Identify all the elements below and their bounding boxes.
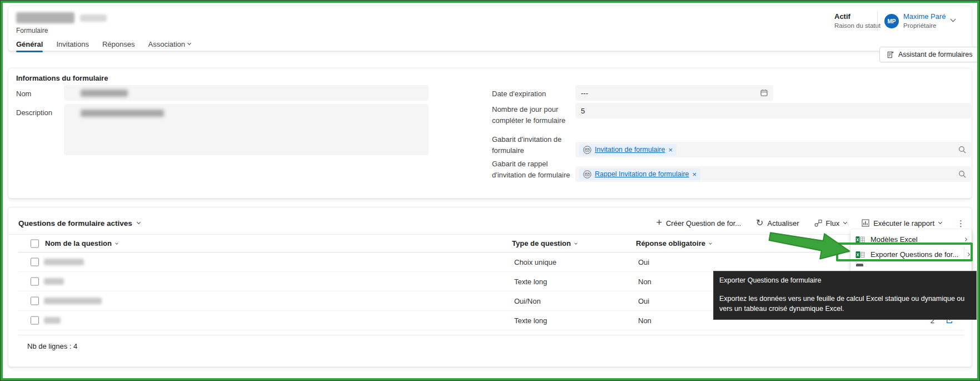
nom-label: Nom — [16, 88, 66, 100]
calendar-icon[interactable] — [760, 89, 768, 97]
dismiss-icon[interactable]: × — [668, 146, 673, 154]
refresh-label: Actualiser — [768, 219, 799, 227]
tab-label: Général — [16, 40, 43, 48]
redacted-nom-value — [81, 90, 128, 97]
jours-label: Nombre de jour pour compléter le formula… — [492, 104, 576, 126]
cell-question-type: Choix unique — [514, 258, 556, 266]
chevron-down-icon — [137, 220, 141, 224]
run-report-label: Exécuter le rapport — [873, 219, 934, 227]
column-label: Réponse obligatoire — [636, 239, 705, 248]
cell-question-type: Texte long — [514, 316, 547, 325]
partial-menu-icon — [856, 262, 863, 266]
app-window: Formulaire Général Invitations Réponses … — [0, 0, 980, 381]
menu-item-partial — [850, 262, 972, 271]
redacted-question-name — [44, 317, 61, 324]
owner-link[interactable]: Maxime Paré — [903, 12, 946, 21]
header-more-chevron-icon[interactable] — [951, 17, 956, 22]
form-info-section: Informations du formulaire Nom Descripti… — [8, 68, 972, 199]
jours-field[interactable]: 5 — [575, 103, 971, 118]
more-commands-button[interactable]: ⋮ — [957, 219, 965, 227]
dismiss-icon[interactable]: × — [693, 171, 697, 178]
owner-block: Maxime Paré Propriétaire — [903, 12, 946, 29]
row-checkbox[interactable] — [31, 278, 39, 286]
sort-chevron-icon — [115, 241, 118, 245]
date-expiration-label: Date d'expiration — [492, 88, 575, 100]
search-icon[interactable] — [958, 146, 966, 154]
status-value: Actif — [834, 12, 880, 21]
lookup-link[interactable]: Rappel Invitation de formulaire — [595, 170, 689, 178]
description-label: Description — [16, 107, 66, 118]
row-checkbox[interactable] — [31, 258, 39, 266]
form-assistant-icon — [886, 51, 894, 59]
create-question-button[interactable]: + Créer Question de for... — [656, 219, 741, 227]
date-expiration-value: --- — [575, 89, 588, 97]
entity-type-label: Formulaire — [16, 27, 48, 34]
owner-caption: Propriétaire — [903, 22, 946, 29]
email-template-icon — [583, 146, 591, 154]
tooltip: Exporter Questions de formulaire Exporte… — [713, 271, 977, 320]
column-header-type[interactable]: Type de question — [512, 239, 577, 248]
lookup-pill[interactable]: Invitation de formulaire × — [579, 144, 676, 156]
tab-label: Réponses — [102, 40, 135, 48]
column-header-obligatoire[interactable]: Réponse obligatoire — [636, 239, 712, 248]
form-assistant-label: Assistant de formulaires — [898, 51, 972, 58]
refresh-button[interactable]: ↻ Actualiser — [756, 219, 799, 227]
record-status: Actif Raison du statut — [834, 12, 880, 29]
form-tabs: Général Invitations Réponses Association — [16, 38, 191, 50]
chevron-down-icon — [843, 220, 847, 224]
cell-required: Oui — [638, 258, 649, 266]
gabarit-rappel-field[interactable]: Rappel Invitation de formulaire × — [575, 166, 971, 182]
tab-association[interactable]: Association — [148, 40, 191, 48]
lookup-link[interactable]: Invitation de formulaire — [595, 146, 665, 154]
more-icon: ⋮ — [957, 219, 965, 227]
run-report-button[interactable]: Exécuter le rapport — [862, 219, 942, 227]
row-checkbox[interactable] — [31, 297, 39, 305]
email-template-icon — [583, 170, 591, 179]
grid-bottom-divider — [18, 335, 964, 335]
header-divider — [877, 11, 878, 31]
section-title: Informations du formulaire — [16, 74, 108, 82]
tab-general[interactable]: Général — [16, 40, 43, 48]
tooltip-body: Exportez les données vers une feuille de… — [719, 294, 971, 314]
cell-question-type: Oui/Non — [514, 297, 541, 305]
date-expiration-field[interactable]: --- — [575, 85, 773, 101]
lookup-pill[interactable]: Rappel Invitation de formulaire × — [579, 169, 700, 180]
column-header-nom[interactable]: Nom de la question — [45, 239, 118, 248]
tab-invitations[interactable]: Invitations — [56, 40, 89, 48]
form-assistant-button[interactable]: Assistant de formulaires — [879, 47, 979, 62]
cell-required: Non — [638, 316, 651, 325]
nom-field[interactable] — [64, 85, 429, 101]
search-icon[interactable] — [958, 170, 966, 178]
redacted-description-value — [81, 110, 164, 117]
flow-label: Flux — [826, 219, 840, 227]
annotation-arrow-icon — [766, 230, 854, 264]
report-icon — [862, 219, 869, 227]
create-question-label: Créer Question de for... — [666, 219, 741, 227]
tooltip-title: Exporter Questions de formulaire — [719, 275, 971, 285]
select-all-checkbox[interactable] — [31, 239, 39, 248]
tab-reponses[interactable]: Réponses — [102, 40, 135, 48]
sort-chevron-icon — [709, 241, 712, 245]
redacted-record-suffix — [80, 14, 107, 22]
status-caption: Raison du statut — [834, 22, 880, 29]
subgrid-toolbar: + Créer Question de for... ↻ Actualiser … — [656, 219, 965, 227]
description-field[interactable] — [64, 104, 429, 155]
flow-icon — [814, 219, 822, 227]
sort-chevron-icon — [574, 241, 578, 245]
row-checkbox[interactable] — [31, 316, 39, 325]
view-selector[interactable]: Questions de formulaire actives — [18, 219, 140, 227]
gabarit-invitation-field[interactable]: Invitation de formulaire × — [575, 142, 971, 157]
redacted-question-name — [44, 298, 102, 304]
redacted-question-name — [44, 259, 84, 265]
column-label: Nom de la question — [45, 239, 112, 248]
owner-avatar[interactable]: MP — [884, 14, 899, 28]
view-title: Questions de formulaire actives — [18, 219, 132, 227]
tab-label: Association — [148, 40, 185, 48]
gabarit-rappel-label: Gabarit de rappel d'invitation de formul… — [492, 159, 576, 181]
redacted-question-name — [44, 278, 64, 285]
chevron-right-icon — [963, 237, 967, 241]
flow-button[interactable]: Flux — [814, 219, 847, 227]
record-header-card: Formulaire Général Invitations Réponses … — [8, 6, 972, 51]
row-count-label: Nb de lignes : 4 — [27, 342, 77, 350]
refresh-icon: ↻ — [756, 219, 763, 227]
